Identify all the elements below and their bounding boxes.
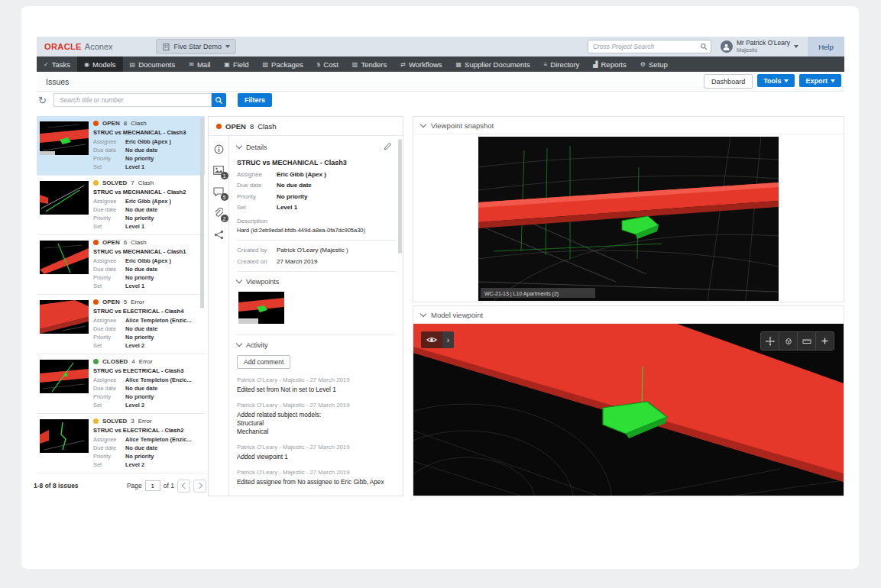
- issue-search-input[interactable]: [58, 95, 211, 105]
- main-nav: ✓Tasks ◉Models ▤Documents ✉Mail ▣Field ▧…: [37, 57, 844, 72]
- help-button[interactable]: Help: [808, 37, 844, 57]
- viewpoints-icon[interactable]: 1: [213, 165, 225, 176]
- tab-models[interactable]: ◉Models: [77, 57, 123, 72]
- viewpoint-thumbnail[interactable]: [238, 292, 284, 324]
- section-title: Viewpoint snapshot: [431, 121, 494, 130]
- previous-page-button[interactable]: [177, 480, 190, 493]
- issue-list-item[interactable]: SOLVED7Clash STRUC vs MECHANICAL - Clash…: [37, 176, 205, 235]
- viewpoint-snapshot-header[interactable]: Viewpoint snapshot: [413, 117, 844, 134]
- field-label: Set: [93, 461, 125, 468]
- issue-list-item[interactable]: OPEN6Clash STRUC vs MECHANICAL - Clash1 …: [37, 235, 205, 295]
- info-icon[interactable]: [213, 144, 225, 154]
- attachments-icon[interactable]: 2: [213, 208, 225, 218]
- page-header: Issues Dashboard Tools Export: [37, 72, 844, 92]
- export-button[interactable]: Export: [799, 74, 841, 87]
- edit-pencil-icon[interactable]: [384, 142, 392, 152]
- field-label: Priority: [237, 193, 277, 200]
- status-dot: [93, 359, 99, 364]
- related-models-icon[interactable]: [213, 229, 225, 240]
- cross-project-search-input[interactable]: [591, 42, 700, 51]
- chevron-down-icon: [420, 121, 426, 127]
- activity-section-header[interactable]: Activity: [237, 341, 395, 349]
- chevron-right-icon: [196, 483, 202, 489]
- supplier-documents-icon: ▦: [456, 61, 462, 68]
- issue-type: Error: [139, 358, 153, 365]
- activity-entry: Patrick O'Leary - Majestic - 27 March 20…: [237, 376, 395, 394]
- status-dot: [93, 299, 99, 305]
- field-value: No priority: [125, 215, 154, 221]
- model-viewpoint-header[interactable]: Model viewpoint: [413, 306, 844, 324]
- directory-icon: ≡: [544, 61, 548, 68]
- tab-reports[interactable]: ▟Reports: [586, 57, 633, 72]
- tools-label: Tools: [763, 77, 781, 85]
- project-selector[interactable]: Five Star Demo: [156, 39, 237, 54]
- tab-packages[interactable]: ▧Packages: [256, 57, 310, 72]
- models-icon: ◉: [84, 61, 89, 68]
- measure-tool-button[interactable]: [797, 332, 815, 350]
- field-value: No priority: [277, 193, 307, 200]
- issue-title: STRUC vs MECHANICAL - Clash3: [93, 129, 202, 136]
- issue-list-item[interactable]: CLOSED4Error STRUC vs ELECTRICAL - Clash…: [37, 354, 205, 414]
- visibility-eye-button[interactable]: [421, 331, 442, 348]
- field-label: Due date: [93, 325, 125, 332]
- tab-mail[interactable]: ✉Mail: [182, 57, 217, 72]
- next-page-button[interactable]: [193, 480, 206, 493]
- zoom-in-button[interactable]: [815, 332, 834, 350]
- pan-tool-button[interactable]: [761, 332, 779, 350]
- field-label: Due date: [93, 444, 125, 451]
- documents-icon: ▤: [130, 61, 136, 68]
- field-value: No due date: [125, 444, 157, 451]
- pagination-range: 1-8 of 8 issues: [34, 482, 79, 489]
- field-value: Level 2: [125, 342, 144, 349]
- field-label: Assignee: [93, 376, 125, 383]
- tools-button[interactable]: Tools: [757, 74, 795, 87]
- tab-tasks[interactable]: ✓Tasks: [37, 57, 77, 72]
- filters-button[interactable]: Filters: [238, 93, 272, 107]
- tab-cost[interactable]: $Cost: [310, 57, 345, 72]
- field-label: Set: [93, 402, 125, 409]
- tab-workflows[interactable]: ⇄Workflows: [394, 57, 449, 72]
- list-scrollbar[interactable]: [200, 118, 204, 309]
- add-comment-button[interactable]: Add comment: [237, 355, 290, 369]
- cube-view-button[interactable]: [779, 332, 797, 350]
- status-dot: [93, 240, 99, 245]
- search-icon[interactable]: [700, 43, 708, 50]
- detail-scrollbar[interactable]: [398, 139, 402, 254]
- issue-title: STRUC vs MECHANICAL - Clash3: [237, 159, 395, 166]
- issue-list-item[interactable]: OPEN8Clash STRUC vs MECHANICAL - Clash3 …: [37, 116, 205, 176]
- comments-icon[interactable]: 5: [213, 186, 225, 197]
- attachments-count-badge: 2: [221, 215, 228, 222]
- tab-label: Mail: [197, 60, 210, 69]
- dashboard-button[interactable]: Dashboard: [704, 74, 753, 89]
- issue-type: Clash: [131, 239, 146, 246]
- tab-directory[interactable]: ≡Directory: [537, 57, 587, 72]
- field-value: No due date: [125, 266, 157, 273]
- tenders-icon: ▥: [352, 61, 358, 68]
- refresh-icon[interactable]: ↻: [38, 95, 47, 105]
- search-button[interactable]: [212, 93, 226, 107]
- section-title: Activity: [246, 341, 268, 349]
- expand-toolbar-button[interactable]: ›: [442, 331, 454, 348]
- issue-list-item[interactable]: SOLVED3Error STRUC vs ELECTRICAL - Clash…: [37, 414, 205, 473]
- field-label: Due date: [237, 182, 277, 189]
- workflows-icon: ⇄: [400, 61, 406, 68]
- tab-documents[interactable]: ▤Documents: [123, 57, 183, 72]
- user-menu[interactable]: Mr Patrick O'Leary Majestic: [721, 40, 798, 53]
- setup-gear-icon: ⚙: [640, 61, 646, 68]
- tab-supplier-documents[interactable]: ▦Supplier Documents: [449, 57, 537, 72]
- user-org: Majestic: [737, 47, 790, 53]
- tab-field[interactable]: ▣Field: [217, 57, 255, 72]
- tab-label: Setup: [649, 60, 668, 69]
- tab-tenders[interactable]: ▥Tenders: [345, 57, 394, 72]
- tab-label: Tasks: [52, 60, 70, 69]
- issue-thumbnail: [40, 241, 89, 274]
- chevron-down-icon: [236, 341, 242, 347]
- viewpoints-section-header[interactable]: Viewpoints: [237, 278, 395, 286]
- tasks-check-icon: ✓: [44, 61, 49, 68]
- field-value: Level 1: [277, 204, 297, 211]
- field-value: Level 1: [125, 223, 144, 230]
- issue-list-item[interactable]: OPEN5Error STRUC vs ELECTRICAL - Clash4 …: [37, 295, 205, 354]
- details-section-header[interactable]: Details: [237, 142, 395, 152]
- page-number-input[interactable]: [145, 480, 160, 491]
- tab-setup[interactable]: ⚙Setup: [633, 57, 675, 72]
